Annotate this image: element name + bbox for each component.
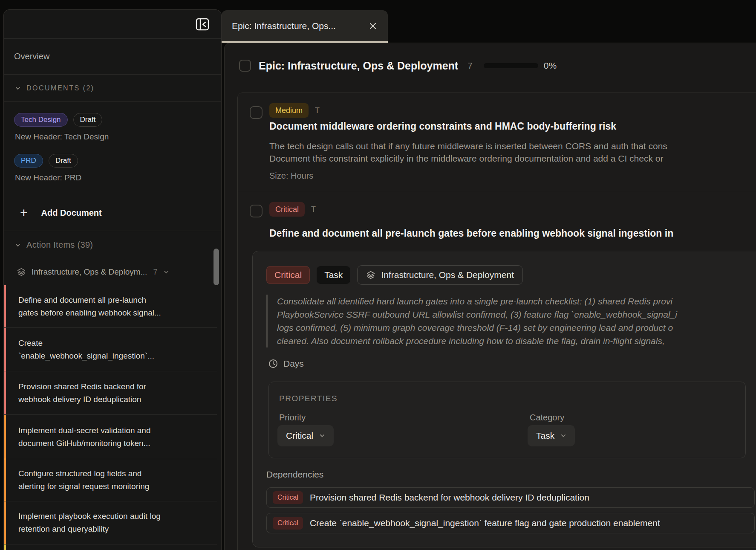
type-badge[interactable]: Task [317,266,350,284]
action-item[interactable] [4,544,217,550]
action-item-text: gates before enabling webhook signal... [18,307,217,319]
document-title: New Header: Tech Design [15,132,211,142]
action-item-text: Create [18,337,217,350]
priority-stripe [4,328,6,371]
main-panel: Epic: Infrastructure, Ops & Deployment 7… [224,43,756,550]
priority-badge[interactable]: Critical [266,266,310,284]
layers-icon [366,270,375,280]
add-document-label: Add Document [41,208,102,218]
task-size: Size: Hours [269,171,313,181]
documents-header-label: DOCUMENTS (2) [26,84,95,92]
action-item-text: `enable_webhook_signal_ingestion`... [18,350,217,362]
epic-header-row: Epic: Infrastructure, Ops & Deployment 7… [239,54,557,78]
action-item[interactable]: Implement playbook execution audit log r… [4,501,217,544]
documents-list: Tech Design Draft New Header: Tech Desig… [4,102,221,195]
action-item[interactable]: Define and document all pre-launch gates… [4,285,217,328]
properties-panel: PROPERTIES Priority Category Critical Ta… [268,382,746,458]
dependency-row[interactable]: Critical Create `enable_webhook_signal_i… [266,513,755,533]
action-item-text: Define and document all pre-launch [18,294,217,307]
chevron-down-icon [319,433,325,439]
category-dropdown-value: Task [536,431,554,441]
epic-progress-percent: 0% [544,61,557,71]
action-item-text: Implement playbook execution audit log [18,510,217,523]
sidebar-scrollbar[interactable] [214,249,219,285]
doc-status-badge: Draft [49,154,78,168]
tab-title: Epic: Infrastructure, Ops... [232,21,361,31]
task-description-line: Document this constraint explicitly in t… [269,152,756,165]
task-checkbox[interactable] [250,205,263,217]
dependency-title: Provision shared Redis backend for webho… [310,492,589,503]
action-items-section-header[interactable]: Action Items (39) [4,231,221,259]
task-row[interactable]: Medium T Document middleware ordering co… [238,93,756,192]
action-item-text: Configure structured log fields and [18,467,217,480]
task-description-quote: Consolidate all identified hard launch g… [266,295,756,347]
epic-group-label: Infrastructure, Ops & Deploym... [32,267,147,277]
priority-stripe [4,459,6,501]
quote-line: logs confirmed, (5) minimum graph covera… [277,321,756,334]
app-window: Overview DOCUMENTS (2) Tech Design Draft… [0,0,756,550]
close-icon[interactable] [368,21,378,31]
action-item-text: Provision shared Redis backend for [18,380,217,393]
task-type-letter: T [315,106,320,115]
action-item-text: alerting for signal request monitoring [18,480,217,493]
action-item[interactable]: Configure structured log fields and aler… [4,459,217,501]
priority-badge: Critical [269,202,305,217]
epic-task-count: 7 [467,61,473,71]
task-title: Define and document all pre-launch gates… [269,228,756,239]
dependency-title: Create `enable_webhook_signal_ingestion`… [310,518,660,528]
category-label: Category [530,413,564,423]
category-badge-label: Infrastructure, Ops & Deployment [381,270,514,280]
effort-label: Days [283,359,304,369]
task-title: Document middleware ordering constraints… [269,121,756,132]
category-dropdown[interactable]: Task [528,425,575,446]
document-item[interactable]: Tech Design Draft New Header: Tech Desig… [14,113,211,142]
epic-group-row[interactable]: Infrastructure, Ops & Deploym... 7 [4,259,221,285]
effort-row: Days [268,359,304,369]
clock-icon [268,359,278,369]
priority-badge: Medium [269,103,309,118]
action-item-text: document GitHub/monitoring token... [18,437,217,450]
priority-label: Priority [279,413,306,423]
plus-icon: + [20,206,28,219]
task-type-letter: T [311,205,316,214]
action-item[interactable]: Create `enable_webhook_signal_ingestion`… [4,328,217,371]
chevron-down-icon [560,433,566,439]
sidebar-item-overview[interactable]: Overview [4,39,221,75]
action-item[interactable]: Implement dual-secret validation and doc… [4,415,217,459]
sidebar-header [4,10,221,39]
document-item[interactable]: PRD Draft New Header: PRD [14,154,211,182]
collapse-sidebar-icon[interactable] [196,18,209,31]
sidebar: Overview DOCUMENTS (2) Tech Design Draft… [3,9,222,550]
dependency-priority-badge: Critical [273,491,303,504]
chevron-down-icon [15,242,21,248]
doc-type-badge: PRD [14,154,43,168]
documents-section-header[interactable]: DOCUMENTS (2) [4,75,221,102]
quote-line: cleared. Also document rollback procedur… [277,334,756,347]
dependencies-label: Dependencies [266,469,323,480]
dependency-row[interactable]: Critical Provision shared Redis backend … [266,487,755,508]
priority-dropdown[interactable]: Critical [277,425,334,446]
priority-stripe [4,544,6,550]
overview-label: Overview [14,52,49,61]
priority-stripe [4,371,6,414]
task-detail-panel: Critical Task Infrastructure, Ops & Depl… [252,251,756,547]
add-document-button[interactable]: + Add Document [4,198,221,227]
action-item-text: retention and queryability [18,523,217,536]
task-list-card: Medium T Document middleware ordering co… [237,93,756,550]
epic-checkbox[interactable] [239,60,251,72]
chevron-down-icon [163,269,169,275]
category-badge[interactable]: Infrastructure, Ops & Deployment [357,265,523,285]
doc-type-badge: Tech Design [14,113,68,127]
quote-line: Consolidate all identified hard launch g… [277,295,756,308]
task-checkbox[interactable] [250,106,263,119]
tab-epic-infrastructure[interactable]: Epic: Infrastructure, Ops... [222,10,388,41]
properties-header: PROPERTIES [279,394,338,403]
priority-stripe [4,501,6,544]
epic-progress-bar [484,63,538,68]
task-description-line: The tech design calls out that if any fu… [269,140,756,152]
action-item[interactable]: Provision shared Redis backend for webho… [4,371,217,415]
doc-status-badge: Draft [73,113,103,127]
epic-title: Epic: Infrastructure, Ops & Deployment [259,60,458,72]
priority-stripe [4,285,6,327]
document-title: New Header: PRD [15,173,211,182]
